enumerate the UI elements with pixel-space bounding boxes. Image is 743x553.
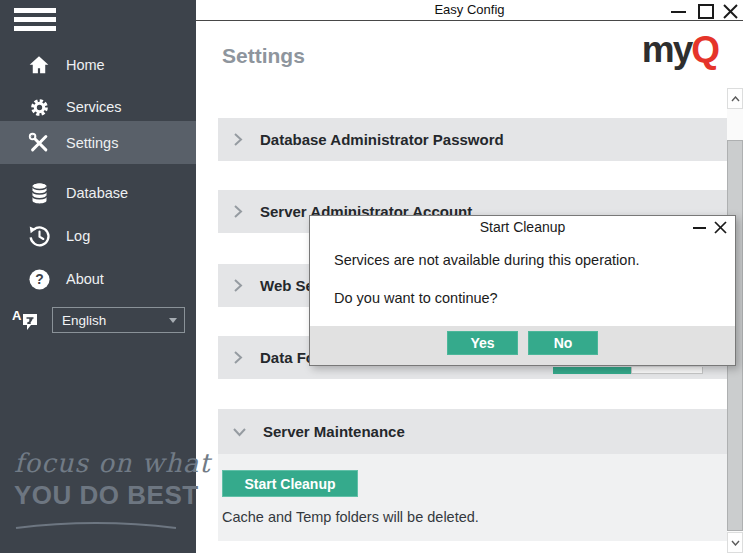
maximize-icon[interactable] bbox=[698, 4, 714, 19]
hidden-save-button-sliver[interactable] bbox=[553, 367, 631, 374]
minimize-icon[interactable] bbox=[671, 11, 686, 13]
section-database-admin-password[interactable]: Database Administrator Password bbox=[218, 118, 727, 161]
hamburger-bar bbox=[14, 8, 56, 13]
sidebar-item-label: Database bbox=[66, 185, 128, 201]
hidden-secondary-button-sliver[interactable] bbox=[631, 367, 703, 374]
database-icon bbox=[27, 181, 51, 205]
chevron-right-icon bbox=[232, 278, 244, 293]
scroll-up-button[interactable] bbox=[727, 88, 743, 109]
dialog-title: Start Cleanup bbox=[310, 219, 735, 235]
home-icon bbox=[27, 53, 51, 77]
sidebar-item-log[interactable]: Log bbox=[0, 215, 196, 257]
logo-my: my bbox=[642, 29, 691, 70]
cleanup-note: Cache and Temp folders will be deleted. bbox=[222, 509, 479, 525]
dialog-message-line2: Do you want to continue? bbox=[334, 290, 498, 306]
section-label: Data Fo bbox=[260, 349, 315, 366]
sidebar-item-settings[interactable]: Settings bbox=[0, 121, 196, 164]
sidebar-item-label: Settings bbox=[66, 135, 118, 151]
easy-config-window: Home Services bbox=[0, 0, 743, 553]
myq-logo: myQ bbox=[642, 31, 718, 68]
tagline-underline-curve bbox=[14, 517, 178, 531]
tagline: focus on what YOU DO BEST bbox=[14, 448, 186, 535]
gear-icon bbox=[27, 95, 51, 119]
start-cleanup-dialog: Start Cleanup Services are not available… bbox=[309, 215, 736, 366]
question-icon: ? bbox=[27, 267, 51, 291]
sidebar-item-label: About bbox=[66, 271, 104, 287]
history-icon bbox=[27, 224, 51, 248]
hamburger-bar bbox=[14, 17, 56, 22]
tools-icon bbox=[27, 131, 51, 155]
start-cleanup-button[interactable]: Start Cleanup bbox=[222, 470, 358, 497]
language-value: English bbox=[62, 313, 106, 328]
close-icon[interactable] bbox=[722, 3, 739, 20]
hamburger-menu-icon[interactable] bbox=[14, 8, 56, 35]
svg-text:?: ? bbox=[35, 271, 43, 287]
window-title: Easy Config bbox=[196, 2, 743, 17]
translate-icon: A bbox=[12, 307, 40, 333]
title-bar: Easy Config bbox=[196, 0, 743, 21]
sidebar-item-database[interactable]: Database bbox=[0, 172, 196, 214]
chevron-right-icon bbox=[232, 204, 244, 219]
section-server-maintenance[interactable]: Server Maintenance bbox=[218, 409, 727, 454]
close-icon[interactable] bbox=[713, 220, 728, 235]
section-label: Web Se bbox=[260, 277, 314, 294]
chevron-up-icon bbox=[731, 96, 740, 102]
chevron-right-icon bbox=[232, 350, 244, 365]
tagline-line2: YOU DO BEST bbox=[14, 480, 186, 511]
dialog-message-line1: Services are not available during this o… bbox=[334, 252, 639, 268]
sidebar-item-home[interactable]: Home bbox=[0, 44, 196, 86]
yes-button[interactable]: Yes bbox=[447, 331, 518, 355]
sidebar-item-label: Log bbox=[66, 228, 90, 244]
language-dropdown[interactable]: English bbox=[52, 307, 185, 333]
section-label: Server Maintenance bbox=[263, 423, 405, 440]
hamburger-bar bbox=[14, 26, 56, 31]
page-title: Settings bbox=[222, 44, 305, 68]
tagline-line1: focus on what bbox=[14, 448, 186, 478]
section-label: Database Administrator Password bbox=[260, 131, 504, 148]
server-maintenance-panel bbox=[218, 454, 727, 541]
no-button[interactable]: No bbox=[528, 331, 598, 355]
logo-q: Q bbox=[691, 29, 718, 70]
chevron-down-icon bbox=[731, 540, 740, 546]
sidebar-item-label: Services bbox=[66, 99, 122, 115]
chevron-down-icon bbox=[169, 318, 177, 323]
sidebar-item-about[interactable]: ? About bbox=[0, 258, 196, 300]
scroll-down-button[interactable] bbox=[727, 532, 743, 553]
chevron-down-icon bbox=[232, 427, 247, 437]
sidebar-item-label: Home bbox=[66, 57, 105, 73]
minimize-icon[interactable] bbox=[693, 227, 706, 229]
chevron-right-icon bbox=[232, 132, 244, 147]
sidebar: Home Services bbox=[0, 0, 196, 553]
dialog-footer: Yes No bbox=[310, 326, 735, 365]
svg-text:A: A bbox=[12, 308, 22, 323]
